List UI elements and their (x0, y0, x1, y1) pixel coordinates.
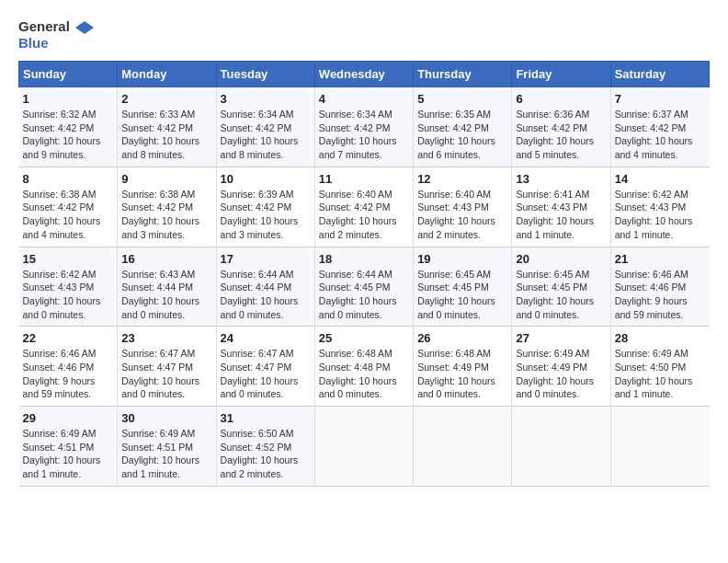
calendar-cell: 9 Sunrise: 6:38 AM Sunset: 4:42 PM Dayli… (118, 167, 216, 247)
calendar-cell: 21 Sunrise: 6:46 AM Sunset: 4:46 PM Dayl… (610, 247, 709, 327)
day-number: 4 (319, 92, 409, 106)
day-detail: Sunrise: 6:39 AM Sunset: 4:42 PM Dayligh… (221, 188, 311, 242)
day-number: 14 (615, 172, 706, 186)
weekday-header: Monday (118, 62, 216, 87)
calendar-cell: 3 Sunrise: 6:34 AM Sunset: 4:42 PM Dayli… (216, 87, 314, 167)
day-number: 31 (221, 411, 311, 425)
calendar-cell: 15 Sunrise: 6:42 AM Sunset: 4:43 PM Dayl… (19, 247, 118, 327)
day-detail: Sunrise: 6:42 AM Sunset: 4:43 PM Dayligh… (615, 188, 706, 242)
day-number: 19 (417, 252, 507, 266)
calendar-cell: 23 Sunrise: 6:47 AM Sunset: 4:47 PM Dayl… (118, 327, 216, 407)
day-number: 28 (615, 331, 706, 345)
logo-text: General Blue (18, 18, 94, 52)
day-detail: Sunrise: 6:49 AM Sunset: 4:51 PM Dayligh… (121, 427, 211, 481)
weekday-header: Thursday (414, 62, 512, 87)
day-detail: Sunrise: 6:49 AM Sunset: 4:51 PM Dayligh… (23, 427, 114, 481)
day-detail: Sunrise: 6:40 AM Sunset: 4:43 PM Dayligh… (417, 188, 507, 242)
calendar-cell (610, 407, 709, 487)
day-detail: Sunrise: 6:49 AM Sunset: 4:50 PM Dayligh… (615, 347, 706, 401)
day-detail: Sunrise: 6:34 AM Sunset: 4:42 PM Dayligh… (221, 108, 311, 162)
calendar-week-row: 15 Sunrise: 6:42 AM Sunset: 4:43 PM Dayl… (19, 247, 710, 327)
calendar-cell: 17 Sunrise: 6:44 AM Sunset: 4:44 PM Dayl… (216, 247, 314, 327)
day-detail: Sunrise: 6:47 AM Sunset: 4:47 PM Dayligh… (221, 347, 311, 401)
day-number: 21 (615, 252, 706, 266)
day-detail: Sunrise: 6:32 AM Sunset: 4:42 PM Dayligh… (23, 108, 114, 162)
day-detail: Sunrise: 6:46 AM Sunset: 4:46 PM Dayligh… (615, 268, 706, 322)
calendar-week-row: 22 Sunrise: 6:46 AM Sunset: 4:46 PM Dayl… (19, 327, 710, 407)
day-number: 26 (417, 331, 507, 345)
calendar-cell: 4 Sunrise: 6:34 AM Sunset: 4:42 PM Dayli… (314, 87, 413, 167)
day-number: 24 (221, 331, 311, 345)
calendar-cell: 27 Sunrise: 6:49 AM Sunset: 4:49 PM Dayl… (512, 327, 610, 407)
day-number: 23 (121, 331, 211, 345)
calendar-week-row: 1 Sunrise: 6:32 AM Sunset: 4:42 PM Dayli… (19, 87, 710, 167)
day-number: 2 (121, 92, 211, 106)
day-detail: Sunrise: 6:45 AM Sunset: 4:45 PM Dayligh… (516, 268, 606, 322)
day-detail: Sunrise: 6:48 AM Sunset: 4:49 PM Dayligh… (417, 347, 507, 401)
weekday-header: Sunday (19, 62, 118, 87)
calendar-cell: 19 Sunrise: 6:45 AM Sunset: 4:45 PM Dayl… (414, 247, 512, 327)
calendar-cell: 18 Sunrise: 6:44 AM Sunset: 4:45 PM Dayl… (314, 247, 413, 327)
calendar-week-row: 8 Sunrise: 6:38 AM Sunset: 4:42 PM Dayli… (19, 167, 710, 247)
calendar-cell: 22 Sunrise: 6:46 AM Sunset: 4:46 PM Dayl… (19, 327, 118, 407)
calendar-cell: 7 Sunrise: 6:37 AM Sunset: 4:42 PM Dayli… (610, 87, 709, 167)
day-detail: Sunrise: 6:40 AM Sunset: 4:42 PM Dayligh… (319, 188, 409, 242)
svg-marker-0 (75, 21, 94, 34)
day-detail: Sunrise: 6:49 AM Sunset: 4:49 PM Dayligh… (516, 347, 606, 401)
day-number: 18 (319, 252, 409, 266)
day-number: 29 (23, 411, 114, 425)
day-number: 20 (516, 252, 606, 266)
day-number: 27 (516, 331, 606, 345)
calendar-cell: 24 Sunrise: 6:47 AM Sunset: 4:47 PM Dayl… (216, 327, 314, 407)
calendar-cell: 8 Sunrise: 6:38 AM Sunset: 4:42 PM Dayli… (19, 167, 118, 247)
calendar-cell: 2 Sunrise: 6:33 AM Sunset: 4:42 PM Dayli… (118, 87, 216, 167)
day-detail: Sunrise: 6:44 AM Sunset: 4:45 PM Dayligh… (319, 268, 409, 322)
calendar-cell (414, 407, 512, 487)
weekday-header: Tuesday (216, 62, 314, 87)
calendar-cell: 6 Sunrise: 6:36 AM Sunset: 4:42 PM Dayli… (512, 87, 610, 167)
day-number: 25 (319, 331, 409, 345)
day-detail: Sunrise: 6:50 AM Sunset: 4:52 PM Dayligh… (221, 427, 311, 481)
calendar-cell: 10 Sunrise: 6:39 AM Sunset: 4:42 PM Dayl… (216, 167, 314, 247)
day-detail: Sunrise: 6:38 AM Sunset: 4:42 PM Dayligh… (23, 188, 114, 242)
day-detail: Sunrise: 6:37 AM Sunset: 4:42 PM Dayligh… (615, 108, 706, 162)
logo-arrow-icon (75, 21, 94, 34)
day-number: 11 (319, 172, 409, 186)
calendar-cell: 14 Sunrise: 6:42 AM Sunset: 4:43 PM Dayl… (610, 167, 709, 247)
calendar-cell: 25 Sunrise: 6:48 AM Sunset: 4:48 PM Dayl… (314, 327, 413, 407)
weekday-header: Saturday (610, 62, 709, 87)
day-number: 6 (516, 92, 606, 106)
calendar-cell: 16 Sunrise: 6:43 AM Sunset: 4:44 PM Dayl… (118, 247, 216, 327)
day-number: 15 (23, 252, 114, 266)
day-number: 12 (417, 172, 507, 186)
day-number: 17 (221, 252, 311, 266)
day-detail: Sunrise: 6:34 AM Sunset: 4:42 PM Dayligh… (319, 108, 409, 162)
calendar-week-row: 29 Sunrise: 6:49 AM Sunset: 4:51 PM Dayl… (19, 407, 710, 487)
calendar-cell: 11 Sunrise: 6:40 AM Sunset: 4:42 PM Dayl… (314, 167, 413, 247)
day-detail: Sunrise: 6:42 AM Sunset: 4:43 PM Dayligh… (23, 268, 114, 322)
calendar-cell: 13 Sunrise: 6:41 AM Sunset: 4:43 PM Dayl… (512, 167, 610, 247)
day-detail: Sunrise: 6:33 AM Sunset: 4:42 PM Dayligh… (121, 108, 211, 162)
day-detail: Sunrise: 6:47 AM Sunset: 4:47 PM Dayligh… (121, 347, 211, 401)
day-number: 5 (417, 92, 507, 106)
day-number: 22 (23, 331, 114, 345)
day-number: 9 (121, 172, 211, 186)
day-detail: Sunrise: 6:48 AM Sunset: 4:48 PM Dayligh… (319, 347, 409, 401)
calendar-cell: 30 Sunrise: 6:49 AM Sunset: 4:51 PM Dayl… (118, 407, 216, 487)
day-detail: Sunrise: 6:41 AM Sunset: 4:43 PM Dayligh… (516, 188, 606, 242)
day-number: 13 (516, 172, 606, 186)
calendar-cell: 26 Sunrise: 6:48 AM Sunset: 4:49 PM Dayl… (414, 327, 512, 407)
calendar-cell: 1 Sunrise: 6:32 AM Sunset: 4:42 PM Dayli… (19, 87, 118, 167)
day-detail: Sunrise: 6:43 AM Sunset: 4:44 PM Dayligh… (121, 268, 211, 322)
calendar-cell: 31 Sunrise: 6:50 AM Sunset: 4:52 PM Dayl… (216, 407, 314, 487)
weekday-header: Friday (512, 62, 610, 87)
day-detail: Sunrise: 6:35 AM Sunset: 4:42 PM Dayligh… (417, 108, 507, 162)
page-header: General Blue (18, 18, 710, 52)
logo: General Blue (18, 18, 94, 52)
day-number: 10 (221, 172, 311, 186)
day-detail: Sunrise: 6:46 AM Sunset: 4:46 PM Dayligh… (23, 347, 114, 401)
calendar-cell: 28 Sunrise: 6:49 AM Sunset: 4:50 PM Dayl… (610, 327, 709, 407)
day-number: 30 (121, 411, 211, 425)
day-detail: Sunrise: 6:44 AM Sunset: 4:44 PM Dayligh… (221, 268, 311, 322)
calendar-cell (512, 407, 610, 487)
